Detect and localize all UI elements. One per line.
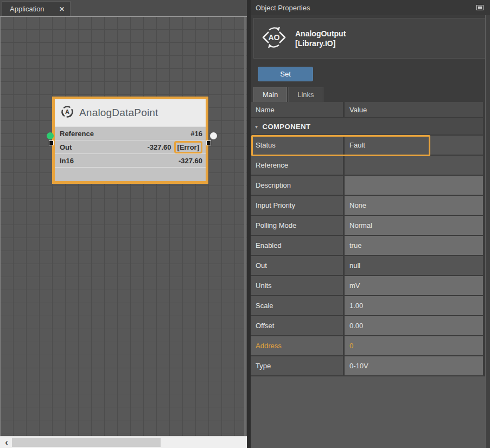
property-row-offset[interactable]: Offset 0.00 — [251, 316, 483, 335]
panel-vertical-scrollbar[interactable] — [485, 15, 490, 448]
horizontal-scroll-thumb[interactable] — [12, 438, 161, 447]
property-row-enabled[interactable]: Enabled true — [251, 236, 483, 255]
property-name: Scale — [251, 296, 343, 315]
property-name: Status — [251, 136, 343, 155]
selection-handle-left[interactable] — [49, 140, 54, 145]
set-button[interactable]: Set — [258, 67, 313, 81]
property-value[interactable]: 0.00 — [345, 316, 483, 335]
canvas-vertical-scrollbar[interactable] — [244, 17, 246, 436]
property-name: Units — [251, 276, 343, 295]
tab-close-icon[interactable]: ✕ — [59, 5, 65, 13]
property-value[interactable]: true — [345, 236, 483, 255]
input-port-dot[interactable] — [47, 132, 54, 139]
tab-main[interactable]: Main — [253, 87, 287, 102]
property-row-out[interactable]: Out null — [251, 256, 483, 275]
object-library: [Library.IO] — [295, 39, 346, 48]
property-value[interactable]: 0-10V — [345, 356, 483, 375]
table-header-row: Name Value — [251, 102, 483, 117]
panel-splitter[interactable] — [247, 0, 251, 448]
block-header: A AnalogDataPoint — [55, 99, 206, 126]
block-row-reference[interactable]: Reference #16 — [55, 126, 206, 140]
tab-application-label: Application — [10, 5, 59, 13]
property-name: Description — [251, 176, 343, 195]
scroll-left-arrow-icon[interactable]: ‹ — [2, 437, 11, 448]
panel-titlebar: Object Properties — [251, 0, 490, 15]
property-row-address[interactable]: Address 0 — [251, 336, 483, 355]
property-name: Reference — [251, 156, 343, 175]
property-row-status[interactable]: Status Fault — [251, 136, 483, 155]
property-value: null — [345, 256, 483, 275]
pin-name: Out — [60, 143, 147, 151]
selection-handle-right[interactable] — [206, 140, 211, 145]
property-row-type[interactable]: Type 0-10V — [251, 356, 483, 375]
application-window: Application ✕ A AnalogDataPoint — [0, 0, 490, 448]
error-badge: [Error] — [174, 141, 202, 153]
canvas-horizontal-scrollbar[interactable]: ‹ — [0, 436, 247, 448]
block-row-empty — [55, 167, 206, 180]
property-value[interactable]: 0 — [345, 336, 483, 355]
property-name: Input Priority — [251, 196, 343, 215]
property-value[interactable]: 1.00 — [345, 296, 483, 315]
object-name: AnalogOutput — [295, 29, 346, 39]
analog-output-icon: AO — [260, 25, 288, 52]
pin-value: -327.60 — [179, 157, 202, 165]
document-tab-bar: Application ✕ — [0, 0, 247, 16]
property-value[interactable]: None — [345, 196, 483, 215]
property-name: Address — [251, 336, 343, 355]
property-value[interactable]: Normal — [345, 216, 483, 235]
wiresheet-region: Application ✕ A AnalogDataPoint — [0, 0, 247, 448]
property-name: Out — [251, 256, 343, 275]
group-label: COMPONENT — [263, 123, 311, 131]
block-row-in16[interactable]: In16 -327.60 — [55, 153, 206, 167]
group-header-component[interactable]: ▾ COMPONENT — [251, 118, 483, 135]
pin-value: #16 — [190, 130, 202, 138]
property-name: Type — [251, 356, 343, 375]
property-name: Polling Mode — [251, 216, 343, 235]
properties-tab-bar: Main Links — [253, 87, 323, 102]
pin-name: Reference — [60, 130, 190, 138]
properties-table: Name Value ▾ COMPONENT Status Fault Refe… — [251, 102, 483, 376]
property-row-reference[interactable]: Reference — [251, 156, 483, 175]
property-name: Offset — [251, 316, 343, 335]
property-value — [345, 156, 483, 175]
tab-links[interactable]: Links — [288, 87, 323, 102]
column-header-name: Name — [251, 102, 343, 117]
panel-title: Object Properties — [256, 4, 476, 12]
svg-text:A: A — [65, 108, 69, 115]
tab-application[interactable]: Application ✕ — [2, 1, 71, 16]
collapse-triangle-icon[interactable]: ▾ — [255, 124, 258, 130]
wiresheet-canvas[interactable]: A AnalogDataPoint Reference #16 Out -327… — [0, 16, 247, 436]
column-header-value: Value — [343, 102, 483, 117]
analog-datapoint-icon: A — [60, 105, 74, 121]
block-row-out[interactable]: Out -327.60 [Error] — [55, 140, 206, 153]
object-identity: AnalogOutput [Library.IO] — [295, 29, 346, 48]
object-icon-text: AO — [269, 33, 280, 42]
pin-name: In16 — [60, 157, 179, 165]
property-row-input-priority[interactable]: Input Priority None — [251, 196, 483, 215]
property-row-polling-mode[interactable]: Polling Mode Normal — [251, 216, 483, 235]
property-row-scale[interactable]: Scale 1.00 — [251, 296, 483, 315]
analog-datapoint-block[interactable]: A AnalogDataPoint Reference #16 Out -327… — [52, 97, 208, 184]
property-row-description[interactable]: Description — [251, 176, 483, 195]
selected-object-card: AO AnalogOutput [Library.IO] — [253, 18, 486, 59]
pin-value: -327.60 — [147, 143, 171, 151]
panel-empty-area — [251, 376, 486, 448]
property-value[interactable] — [345, 176, 483, 195]
output-port-dot[interactable] — [210, 132, 217, 139]
property-value: Fault — [345, 136, 483, 155]
object-properties-panel: Object Properties AO AnalogOutput [Libra… — [251, 0, 490, 448]
property-row-units[interactable]: Units mV — [251, 276, 483, 295]
dock-window-icon[interactable] — [476, 5, 483, 10]
property-value[interactable]: mV — [345, 276, 483, 295]
block-title: AnalogDataPoint — [79, 107, 158, 119]
property-name: Enabled — [251, 236, 343, 255]
